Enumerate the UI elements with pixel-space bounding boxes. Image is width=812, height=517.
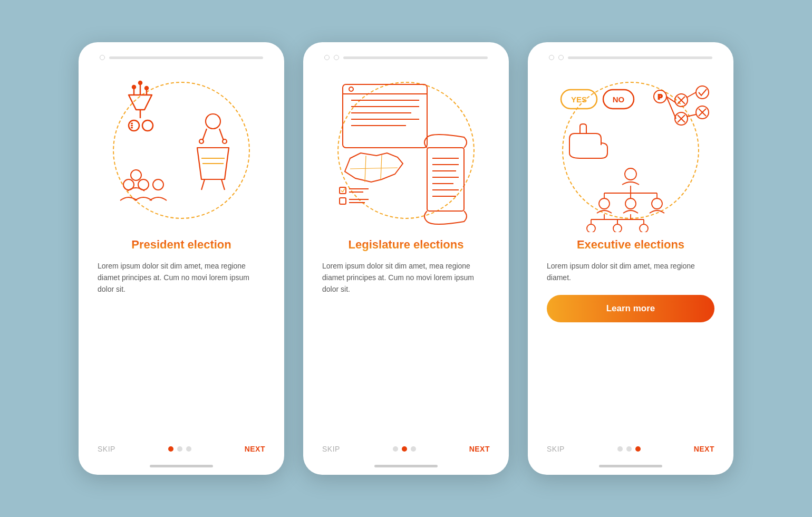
svg-line-32 [381,155,382,179]
camera-dot-2 [324,55,330,60]
phone-top-bar-3 [528,55,733,60]
card-text-3: Lorem ipsum dolor sit dim amet, mea regi… [547,260,714,284]
nav-dot-2-2 [402,446,407,452]
svg-rect-42 [427,148,464,211]
svg-line-31 [365,156,366,182]
screens-container: President election Lorem ipsum dolor sit… [79,42,733,475]
top-bar-line-3 [568,56,712,59]
camera-dot-1 [100,55,105,60]
phone-nav-1: SKIP NEXT [79,435,284,459]
svg-point-16 [206,114,220,129]
illustration-3: YES NO P [546,69,715,232]
nav-dot-1-3 [186,446,191,452]
nav-dot-3-1 [617,446,623,452]
skip-button-3[interactable]: SKIP [547,445,565,453]
svg-rect-39 [340,198,346,204]
svg-line-36 [343,188,345,192]
phone-top-bar-2 [303,55,509,60]
content-area-2: Legislature elections Lorem ipsum dolor … [303,232,509,435]
phone-frame-1: President election Lorem ipsum dolor sit… [79,42,284,475]
phone-top-bar-1 [79,55,284,60]
bottom-bar-2 [374,465,438,467]
svg-line-22 [221,179,225,190]
svg-point-89 [640,224,648,232]
svg-point-1 [132,85,136,89]
nav-dots-2 [393,446,416,452]
svg-point-76 [599,198,610,209]
svg-point-20 [223,139,227,143]
top-bar-line-1 [109,56,263,59]
svg-line-19 [219,129,224,140]
skip-button-1[interactable]: SKIP [98,445,115,453]
svg-point-5 [145,87,148,90]
camera-dot-3b [558,55,564,60]
svg-line-33 [350,168,398,169]
nav-dot-1-1 [168,446,173,452]
card-text-2: Lorem ipsum dolor sit dim amet, mea regi… [322,260,490,295]
next-button-3[interactable]: NEXT [694,445,714,453]
nav-dots-1 [168,446,191,452]
card-title-1: President election [98,237,265,253]
nav-dot-2-3 [411,446,416,452]
top-bar-line-2 [343,56,488,59]
next-button-2[interactable]: NEXT [469,445,490,453]
svg-rect-34 [340,187,346,194]
bottom-bar-1 [150,465,213,467]
executive-svg: YES NO P [546,69,715,232]
svg-text:NO: NO [613,95,625,104]
card-text-1: Lorem ipsum dolor sit dim amet, mea regi… [98,260,265,295]
president-election-svg [97,69,266,232]
camera-dot-3 [549,55,554,60]
camera-dot-2b [334,55,339,60]
nav-dot-2-1 [393,446,398,452]
svg-point-83 [587,224,595,232]
card-title-2: Legislature elections [322,237,490,253]
svg-point-25 [349,87,353,91]
svg-line-21 [201,179,205,190]
svg-point-70 [625,168,636,180]
svg-point-14 [153,179,163,190]
nav-dots-3 [617,446,641,452]
svg-text:P: P [658,93,663,101]
phone-frame-2: Legislature elections Lorem ipsum dolor … [303,42,509,475]
nav-dot-1-2 [177,446,182,452]
svg-line-62 [687,92,696,98]
svg-point-77 [625,198,636,209]
illustration-1 [97,69,266,232]
svg-line-17 [202,129,207,140]
illustration-2 [322,69,490,232]
learn-more-button[interactable]: Learn more [547,295,714,322]
svg-point-18 [199,139,204,143]
phone-frame-3: YES NO P [528,42,733,475]
phone-nav-2: SKIP NEXT [303,435,509,459]
nav-dot-3-2 [626,446,632,452]
next-button-1[interactable]: NEXT [245,445,265,453]
content-area-1: President election Lorem ipsum dolor sit… [79,232,284,435]
skip-button-2[interactable]: SKIP [322,445,340,453]
nav-dot-3-3 [635,446,641,452]
svg-text:YES: YES [571,95,587,104]
svg-point-3 [139,81,142,84]
svg-point-7 [129,120,139,131]
svg-point-84 [613,224,622,232]
bottom-bar-3 [599,465,662,467]
svg-line-67 [687,114,696,117]
svg-point-78 [652,198,662,209]
svg-point-61 [696,86,709,99]
card-title-3: Executive elections [547,237,714,253]
legislature-svg [322,69,490,232]
phone-nav-3: SKIP NEXT [528,435,733,459]
content-area-3: Executive elections Lorem ipsum dolor si… [528,232,733,435]
svg-point-15 [131,170,141,180]
svg-point-8 [142,120,153,131]
